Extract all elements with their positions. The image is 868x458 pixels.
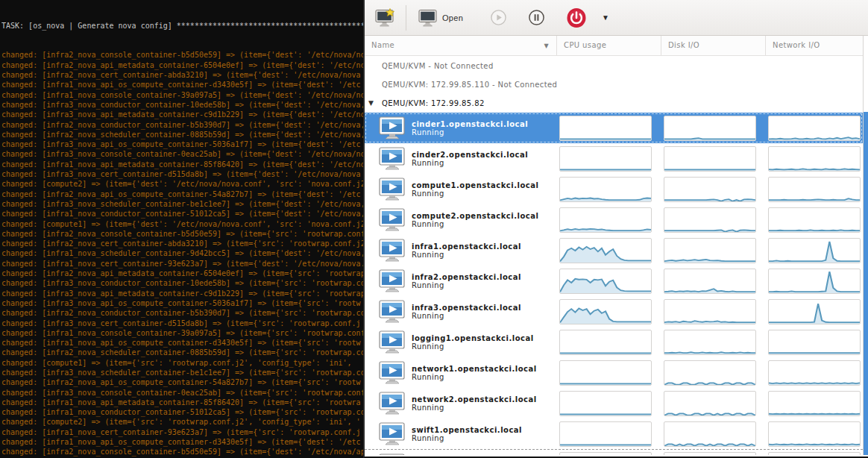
- vm-text: compute1.openstackci.local Running: [412, 181, 538, 198]
- cpu-usage-cell: [556, 299, 660, 324]
- sort-descending-icon: ▼: [544, 43, 549, 49]
- vm-text: swift1.openstackci.local Running: [412, 426, 522, 442]
- terminal-line: changed: [infra2_nova_console_container-…: [1, 447, 363, 457]
- column-header-disk-io[interactable]: Disk I/O: [661, 36, 766, 55]
- disk-io-graph: [664, 116, 756, 141]
- network-io-graph: [768, 146, 861, 172]
- terminal-line: changed: [infra3_nova_scheduler_containe…: [1, 199, 363, 209]
- vm-text: cinder1.openstackci.local Running: [412, 120, 528, 137]
- column-header-network-io[interactable]: Network I/O: [766, 36, 868, 55]
- chevron-down-icon: ▼: [602, 13, 609, 22]
- vm-manager-window: Open: [363, 0, 868, 458]
- terminal-line: changed: [infra2_nova_api_metadata_conta…: [1, 60, 363, 70]
- vm-row[interactable]: cinder1.openstackci.local Running: [365, 113, 863, 143]
- vm-row[interactable]: infra2.openstackci.local Running: [365, 266, 863, 296]
- sparkline: [769, 422, 860, 446]
- sparkline: [560, 116, 651, 140]
- terminal-line: changed: [infra3_nova_api_os_compute_con…: [1, 139, 363, 149]
- expander-triangle-icon[interactable]: ▼: [368, 99, 374, 107]
- disk-io-graph: [664, 299, 756, 324]
- vm-name: swift1.openstackci.local: [412, 426, 522, 434]
- shutdown-button[interactable]: [562, 4, 591, 31]
- sparkline: [560, 330, 651, 354]
- vm-running-icon: [379, 147, 406, 170]
- vm-running-icon: [379, 392, 406, 415]
- network-io-cell: [764, 146, 863, 172]
- vm-status: Running: [412, 312, 521, 320]
- terminal-line: changed: [infra3_nova_console_container-…: [1, 149, 363, 159]
- terminal-line: changed: [infra1_nova_cert_container-93e…: [1, 259, 363, 269]
- disk-io-graph: [664, 391, 756, 416]
- vm-row[interactable]: compute2.openstackci.local Running: [365, 204, 863, 235]
- vm-text: logging1.openstackci.local Running: [412, 334, 534, 351]
- vm-status: Running: [412, 220, 538, 228]
- sparkline: [664, 269, 755, 293]
- connection-row[interactable]: ▼ QEMU/KVM: 172.99.85.82: [365, 94, 863, 113]
- new-vm-button[interactable]: [372, 7, 398, 29]
- network-io-graph: [768, 177, 861, 202]
- vm-text: compute2.openstackci.local Running: [412, 212, 538, 228]
- power-icon: [564, 6, 588, 30]
- cpu-usage-graph: [559, 360, 652, 386]
- run-button[interactable]: [487, 7, 510, 28]
- scrollbar[interactable]: [863, 36, 868, 455]
- sparkline: [769, 116, 860, 140]
- terminal-line: changed: [infra1_nova_conductor_containe…: [1, 209, 363, 219]
- vm-name-cell: [365, 454, 556, 456]
- cpu-usage-graph: [559, 207, 652, 233]
- cpu-usage-graph: [559, 269, 652, 294]
- scrollbar-thumb[interactable]: [864, 112, 868, 455]
- network-io-graph: [768, 452, 861, 455]
- open-button[interactable]: Open: [415, 7, 466, 28]
- vm-running-icon: [379, 422, 406, 445]
- vm-row[interactable]: cinder2.openstackci.local Running: [365, 143, 863, 174]
- network-io-cell: [764, 299, 863, 324]
- vm-name-cell: infra2.openstackci.local Running: [365, 269, 556, 292]
- vm-row[interactable]: compute1.openstackci.local Running: [365, 174, 863, 204]
- play-icon: [490, 9, 507, 26]
- disk-io-graph: [664, 177, 756, 202]
- terminal-line: changed: [infra2_nova_conductor_containe…: [1, 120, 363, 130]
- vm-text: infra2.openstackci.local Running: [412, 273, 521, 289]
- vm-name: infra1.openstackci.local: [412, 242, 521, 251]
- vm-row[interactable]: logging1.openstackci.local Running: [365, 327, 863, 357]
- vm-status: Running: [412, 342, 534, 351]
- connection-row[interactable]: ▼ QEMU/KVM - Not Connected: [365, 57, 863, 75]
- terminal-line: changed: [infra1_nova_console_container-…: [1, 90, 363, 100]
- terminal-line: changed: [infra3_nova_api_os_compute_con…: [1, 298, 363, 308]
- cpu-usage-graph: [559, 116, 652, 141]
- terminal-line: changed: [infra1_nova_conductor_containe…: [1, 407, 363, 417]
- terminal-line: changed: [infra2_nova_api_os_compute_con…: [1, 377, 363, 387]
- vm-status: Running: [412, 159, 528, 167]
- terminal-task-line: TASK: [os_nova | Generate nova config] *…: [1, 21, 363, 31]
- disk-io-graph: [664, 238, 756, 263]
- terminal-line: changed: [infra3_nova_conductor_containe…: [1, 100, 363, 110]
- terminal-line: changed: [compute2] => (item={'dest': '/…: [1, 179, 363, 189]
- vm-row[interactable]: network1.openstackci.local Running: [365, 357, 863, 388]
- vm-status: Running: [412, 281, 521, 289]
- sparkline: [664, 392, 755, 415]
- vm-row[interactable]: infra3.openstackci.local Running: [365, 296, 863, 327]
- cpu-usage-cell: [556, 391, 660, 416]
- cpu-usage-graph: [559, 299, 652, 324]
- column-header-name[interactable]: Name ▼: [365, 36, 557, 55]
- vm-row-partial[interactable]: [365, 449, 863, 455]
- terminal[interactable]: TASK: [os_nova | Generate nova config] *…: [0, 0, 363, 458]
- sparkline: [560, 422, 651, 446]
- sparkline: [769, 361, 860, 385]
- vm-name-cell: compute2.openstackci.local Running: [365, 208, 556, 231]
- vm-row[interactable]: network2.openstackci.local Running: [365, 388, 863, 418]
- sparkline: [664, 300, 755, 324]
- pause-button[interactable]: [525, 7, 548, 28]
- vm-row[interactable]: infra1.openstackci.local Running: [365, 235, 863, 266]
- vm-row[interactable]: swift1.openstackci.local Running: [365, 418, 863, 449]
- vm-text: cinder2.openstackci.local Running: [412, 151, 528, 167]
- shutdown-menu-button[interactable]: ▼: [599, 12, 612, 23]
- cpu-usage-graph: [559, 238, 652, 263]
- vm-name-cell: network1.openstackci.local Running: [365, 361, 556, 384]
- network-io-graph: [768, 421, 861, 447]
- disk-io-cell: [660, 391, 764, 416]
- column-header-cpu-usage[interactable]: CPU usage: [557, 36, 661, 55]
- vm-list: ▼ QEMU/KVM - Not Connected ▼ QEMU/KVM: 1…: [365, 57, 863, 455]
- connection-row[interactable]: ▼ QEMU/KVM: 172.99.85.110 - Not Connecte…: [365, 75, 863, 94]
